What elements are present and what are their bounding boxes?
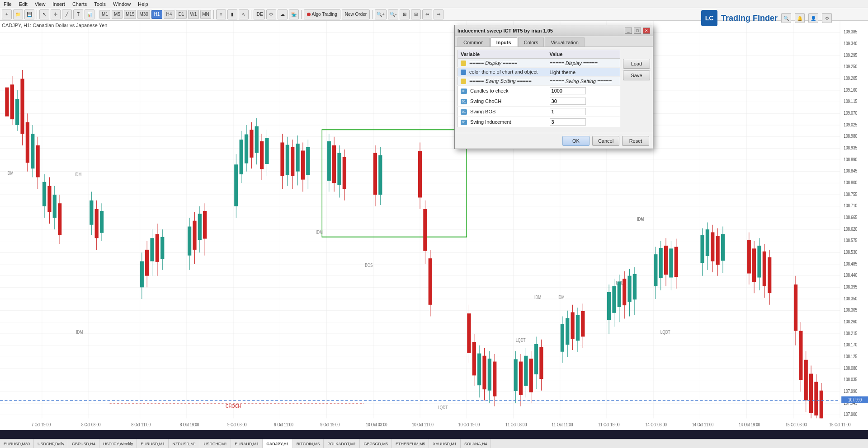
svg-text:10 Oct 19:00: 10 Oct 19:00 xyxy=(458,422,480,427)
tab-polkadot-m1[interactable]: POLKADOT,M1 xyxy=(324,439,360,448)
new-chart-button[interactable]: + xyxy=(2,9,12,19)
tab-eurusd-m30[interactable]: EURUSD,M30 xyxy=(0,439,34,448)
tf-d1[interactable]: D1 xyxy=(176,10,187,19)
tf-m30[interactable]: M30 xyxy=(137,10,150,19)
svg-rect-100 xyxy=(156,234,159,262)
settings-button[interactable]: ⚙ xyxy=(822,13,832,23)
val-swing-bos[interactable] xyxy=(547,107,620,117)
grid-button[interactable]: ⊟ xyxy=(411,9,421,19)
tf-m5[interactable]: M5 xyxy=(112,10,123,19)
new-order-button[interactable]: New Order xyxy=(342,9,370,19)
tf-w1[interactable]: W1 xyxy=(188,10,199,19)
open-button[interactable]: 📁 xyxy=(13,9,23,19)
svg-rect-136 xyxy=(306,147,310,175)
swing-inducement-input[interactable] xyxy=(550,118,586,126)
table-row[interactable]: 01 Swing BOS xyxy=(458,107,620,117)
tf-m15[interactable]: M15 xyxy=(124,10,136,19)
cloud-button[interactable]: ☁ xyxy=(278,9,288,19)
menu-window[interactable]: Window xyxy=(111,1,132,7)
svg-text:109.025: 109.025 xyxy=(844,122,857,127)
scroll-button[interactable]: ⇔ xyxy=(422,9,432,19)
tf-m1[interactable]: M1 xyxy=(99,10,110,19)
table-row[interactable]: 01 Candles to check xyxy=(458,86,620,96)
zoom-in-button[interactable]: 🔍+ xyxy=(375,9,387,19)
tab-nzdusd-m1[interactable]: NZDUSD,M1 xyxy=(169,439,200,448)
menu-view[interactable]: View xyxy=(33,1,47,7)
notification-button[interactable]: 🔔 xyxy=(795,13,805,23)
var-swing-bos: 01 Swing BOS xyxy=(458,107,547,117)
save-button[interactable]: 💾 xyxy=(24,9,34,19)
profile-button[interactable]: 👤 xyxy=(808,13,818,23)
tab-solana-h4[interactable]: SOLANA,H4 xyxy=(461,439,491,448)
menu-edit[interactable]: Edit xyxy=(17,1,29,7)
menu-tools[interactable]: Tools xyxy=(92,1,108,7)
table-row[interactable]: 01 Swing ChoCH xyxy=(458,96,620,107)
table-row[interactable]: color theme of chart and object Light th… xyxy=(458,68,620,77)
reset-button[interactable]: Reset xyxy=(622,136,649,146)
var-swing-inducement: 01 Swing Inducement xyxy=(458,117,547,127)
svg-text:7 Oct 19:00: 7 Oct 19:00 xyxy=(32,422,51,427)
tf-mn[interactable]: MN xyxy=(200,10,211,19)
tab-euraud-m1[interactable]: EURAUD,M1 xyxy=(231,439,263,448)
tab-usdchf-daily[interactable]: USDCHF,Daily xyxy=(34,439,68,448)
svg-text:109.115: 109.115 xyxy=(844,99,857,104)
menu-charts[interactable]: Charts xyxy=(71,1,89,7)
tab-eurusd-m1[interactable]: EURUSD,M1 xyxy=(137,439,169,448)
val-candles[interactable] xyxy=(547,86,620,96)
svg-text:11 Oct 19:00: 11 Oct 19:00 xyxy=(598,422,619,427)
save-button-modal[interactable]: Save xyxy=(623,70,650,80)
tab-usdchf-m1[interactable]: USDCHF,M1 xyxy=(200,439,231,448)
load-button[interactable]: Load xyxy=(623,59,650,69)
tf-h4[interactable]: H4 xyxy=(164,10,175,19)
swing-choch-input[interactable] xyxy=(550,98,586,105)
modal-maximize-button[interactable]: □ xyxy=(634,28,641,34)
modal-tab-colors[interactable]: Colors xyxy=(518,37,544,47)
menu-help[interactable]: Help xyxy=(136,1,150,7)
line-tool[interactable]: ╱ xyxy=(62,9,72,19)
modal-tab-inputs[interactable]: Inputs xyxy=(491,37,517,47)
table-row[interactable]: ===== Swing Setting ===== ===== Swing Se… xyxy=(458,77,620,86)
ok-button[interactable]: OK xyxy=(562,136,590,146)
algo-trading-button[interactable]: Algo Trading xyxy=(304,9,340,19)
tab-xauusd-m1[interactable]: XAUUSD,M1 xyxy=(429,439,461,448)
col-value: Value xyxy=(547,50,620,59)
swing-bos-input[interactable] xyxy=(550,108,586,115)
tab-gbpsgd-m5[interactable]: GBPSGD,M5 xyxy=(360,439,392,448)
chart-type-line[interactable]: ∿ xyxy=(239,9,249,19)
tf-h1[interactable]: H1 xyxy=(151,10,162,19)
val-swing-inducement[interactable] xyxy=(547,117,620,127)
menu-insert[interactable]: Insert xyxy=(51,1,67,7)
market-button[interactable]: 🏪 xyxy=(289,9,299,19)
cursor-tool[interactable]: ↖ xyxy=(39,9,49,19)
fit-button[interactable]: ⊞ xyxy=(400,9,410,19)
text-tool[interactable]: T xyxy=(73,9,83,19)
modal-tab-visualization[interactable]: Visualization xyxy=(545,37,585,47)
chart-type-candle[interactable]: ▮ xyxy=(227,9,237,19)
chart-type-bar[interactable]: ≡ xyxy=(216,9,226,19)
tab-usdjpy-weekly[interactable]: USDJPY,Weekly xyxy=(99,439,137,448)
tab-cadjpy-h1[interactable]: CADJPY,H1 xyxy=(263,439,293,448)
svg-rect-182 xyxy=(566,318,569,345)
modal-tab-common[interactable]: Common xyxy=(458,37,490,47)
var-color-theme-label: color theme of chart and object xyxy=(469,69,538,75)
tab-ethereum-m5[interactable]: ETHEREUM,M5 xyxy=(392,439,429,448)
menu-file[interactable]: File xyxy=(2,1,14,7)
modal-close-button[interactable]: ✕ xyxy=(643,28,650,34)
tab-gbpusd-h4[interactable]: GBPUSD,H4 xyxy=(68,439,99,448)
crosshair-tool[interactable]: ✛ xyxy=(51,9,61,19)
tab-bitcoin-m5[interactable]: BITCOIN,M5 xyxy=(293,439,324,448)
ide-button[interactable]: IDE xyxy=(254,9,265,19)
compile-button[interactable]: ⚙ xyxy=(266,9,276,19)
table-row[interactable]: 01 Swing Inducement xyxy=(458,117,620,127)
search-button[interactable]: 🔍 xyxy=(781,13,791,23)
modal-minimize-button[interactable]: _ xyxy=(625,28,632,34)
table-row[interactable]: ===== Display ===== ===== Display ===== xyxy=(458,59,620,68)
indicators-button[interactable]: 📊 xyxy=(85,9,94,19)
val-swing-choch[interactable] xyxy=(547,96,620,107)
candles-input[interactable] xyxy=(550,87,586,94)
autoscroll-button[interactable]: ⇒ xyxy=(434,9,443,19)
zoom-out-button[interactable]: 🔍- xyxy=(388,9,398,19)
svg-rect-114 xyxy=(240,140,243,174)
cancel-button[interactable]: Cancel xyxy=(592,136,619,146)
svg-text:IDM: IDM xyxy=(75,172,81,177)
